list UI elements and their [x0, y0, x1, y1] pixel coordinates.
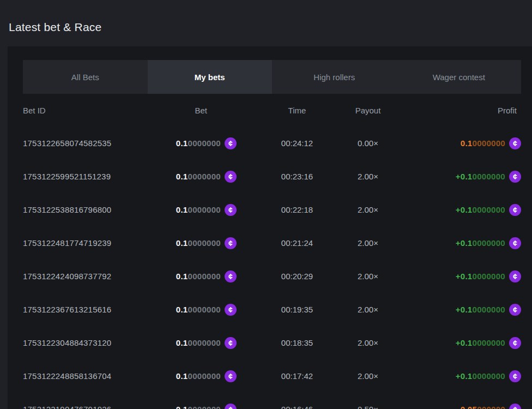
profit-cell: +0.10000000¢	[403, 171, 521, 183]
table-row[interactable]: 17531224817747192390.10000000¢00:21:242.…	[23, 226, 521, 260]
cent-coin-icon: ¢	[225, 237, 237, 249]
cent-coin-icon: ¢	[225, 370, 237, 382]
bet-id-cell: 1753122304884373120	[23, 338, 148, 347]
bet-id-cell: 1753122538816796800	[23, 205, 148, 214]
bet-id-cell: 1753122367613215616	[23, 305, 148, 314]
payout-cell: 2.00×	[332, 305, 403, 314]
page-title: Latest bet & Race	[0, 0, 532, 34]
payout-cell: 2.00×	[332, 371, 403, 381]
tab-my-bets[interactable]: My bets	[148, 60, 273, 94]
cent-coin-icon: ¢	[225, 270, 237, 282]
cent-coin-icon: ¢	[509, 270, 521, 282]
bet-amount-cell: 0.10000000¢	[148, 137, 237, 149]
payout-cell: 0.00×	[332, 139, 403, 148]
cent-coin-icon: ¢	[509, 237, 521, 249]
cent-coin-icon: ¢	[509, 404, 521, 409]
bet-amount-cell: 0.10000000¢	[148, 304, 237, 316]
time-cell: 00:19:35	[262, 305, 332, 314]
column-header-time: Time	[262, 106, 332, 115]
table-row[interactable]: 17531223676132156160.10000000¢00:19:352.…	[23, 293, 521, 326]
payout-cell: 0.50×	[332, 405, 403, 409]
column-header-profit: Profit	[403, 106, 521, 115]
payout-cell: 2.00×	[332, 205, 403, 214]
cent-coin-icon: ¢	[509, 370, 521, 382]
table-row[interactable]: 17531222488581367040.10000000¢00:17:422.…	[23, 359, 521, 393]
cent-coin-icon: ¢	[225, 337, 237, 349]
payout-cell: 2.00×	[332, 172, 403, 181]
bet-id-cell: 1753122424098737792	[23, 272, 148, 281]
cent-coin-icon: ¢	[509, 171, 521, 183]
time-cell: 00:20:29	[262, 272, 332, 281]
profit-cell: +0.10000000¢	[403, 304, 521, 316]
table-row[interactable]: 17531225388167968000.10000000¢00:22:182.…	[23, 193, 521, 226]
payout-cell: 2.00×	[332, 272, 403, 281]
table-row[interactable]: 17531226580745825350.10000000¢00:24:120.…	[23, 127, 521, 160]
profit-cell: +0.10000000¢	[403, 237, 521, 249]
bet-amount-cell: 0.10000000¢	[148, 370, 237, 382]
bets-table: Bet ID Bet Time Payout Profit 1753122658…	[23, 94, 521, 409]
column-header-bet: Bet	[148, 106, 237, 115]
table-header-row: Bet ID Bet Time Payout Profit	[23, 94, 521, 127]
payout-cell: 2.00×	[332, 338, 403, 347]
cent-coin-icon: ¢	[225, 404, 237, 409]
payout-cell: 2.00×	[332, 238, 403, 248]
profit-cell: +0.10000000¢	[403, 270, 521, 282]
time-cell: 00:22:18	[262, 205, 332, 214]
time-cell: 00:16:46	[262, 405, 332, 409]
profit-cell: 0.05000000¢	[403, 404, 521, 409]
column-header-payout: Payout	[332, 106, 403, 115]
profit-cell: 0.10000000¢	[403, 137, 521, 149]
bets-tab-bar: All Bets My bets High rollers Wager cont…	[23, 60, 521, 94]
profit-cell: +0.10000000¢	[403, 370, 521, 382]
profit-cell: +0.10000000¢	[403, 204, 521, 216]
bet-amount-cell: 0.10000000¢	[148, 204, 237, 216]
table-row[interactable]: 17531221904767919260.10000000¢00:16:460.…	[23, 393, 521, 409]
time-cell: 00:23:16	[262, 172, 332, 181]
profit-cell: +0.10000000¢	[403, 337, 521, 349]
bet-amount-cell: 0.10000000¢	[148, 337, 237, 349]
tab-high-rollers[interactable]: High rollers	[272, 60, 397, 94]
time-cell: 00:18:35	[262, 338, 332, 347]
bet-amount-cell: 0.10000000¢	[148, 270, 237, 282]
bet-id-cell: 1753122481774719239	[23, 238, 148, 248]
time-cell: 00:21:24	[262, 238, 332, 248]
tab-wager-contest[interactable]: Wager contest	[397, 60, 522, 94]
bet-amount-cell: 0.10000000¢	[148, 237, 237, 249]
column-header-bet-id: Bet ID	[23, 106, 148, 115]
latest-bets-panel: All Bets My bets High rollers Wager cont…	[8, 46, 532, 409]
time-cell: 00:24:12	[262, 139, 332, 148]
cent-coin-icon: ¢	[225, 204, 237, 216]
cent-coin-icon: ¢	[509, 204, 521, 216]
table-body: 17531226580745825350.10000000¢00:24:120.…	[23, 127, 521, 409]
table-row[interactable]: 17531223048843731200.10000000¢00:18:352.…	[23, 326, 521, 359]
bet-amount-cell: 0.10000000¢	[148, 171, 237, 183]
time-cell: 00:17:42	[262, 371, 332, 381]
bet-id-cell: 1753122248858136704	[23, 371, 148, 381]
bet-id-cell: 1753122599521151239	[23, 172, 148, 181]
table-row[interactable]: 17531225995211512390.10000000¢00:23:162.…	[23, 160, 521, 193]
cent-coin-icon: ¢	[225, 304, 237, 316]
bet-id-cell: 1753122190476791926	[23, 405, 148, 409]
bet-id-cell: 1753122658074582535	[23, 139, 148, 148]
cent-coin-icon: ¢	[225, 171, 237, 183]
tab-all-bets[interactable]: All Bets	[23, 60, 148, 94]
table-row[interactable]: 17531224240987377920.10000000¢00:20:292.…	[23, 260, 521, 293]
cent-coin-icon: ¢	[509, 304, 521, 316]
cent-coin-icon: ¢	[509, 337, 521, 349]
bet-amount-cell: 0.10000000¢	[148, 404, 237, 409]
cent-coin-icon: ¢	[509, 137, 521, 149]
cent-coin-icon: ¢	[225, 137, 237, 149]
